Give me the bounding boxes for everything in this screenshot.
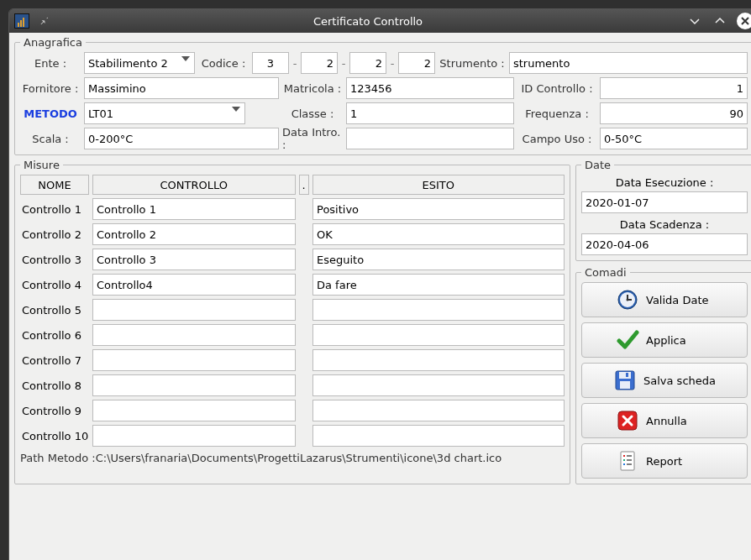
codice-part-4[interactable] — [398, 52, 435, 74]
app-icon — [14, 13, 29, 29]
svg-rect-0 — [18, 23, 19, 27]
path-metodo: Path Metodo :C:\Users\franaria\Documents… — [20, 450, 565, 464]
misure-row-name: Controllo 8 — [20, 374, 89, 396]
date-group: Date Data Esecuzione : 2020-01-07 Data S… — [575, 159, 751, 261]
svg-rect-11 — [626, 373, 628, 377]
client-area: Anagrafica Ente : Codice : - - - Strumen… — [9, 33, 751, 560]
controllo-input[interactable] — [92, 374, 296, 396]
anagrafica-legend: Anagrafica — [20, 36, 86, 49]
cancel-icon — [616, 409, 639, 432]
codice-part-1[interactable] — [252, 52, 289, 74]
maximize-button[interactable] — [712, 13, 728, 29]
campo-uso-input[interactable] — [600, 128, 748, 149]
misure-row: Controllo 2 — [20, 223, 565, 245]
esito-input[interactable] — [312, 299, 565, 321]
data-scadenza-value[interactable]: 2020-04-06 — [581, 233, 748, 255]
misure-row-name: Controllo 6 — [20, 324, 89, 346]
close-button[interactable] — [737, 13, 751, 29]
matricola-input[interactable] — [346, 77, 514, 99]
frequenza-label: Frequenza : — [517, 102, 596, 124]
misure-header-dot: . — [299, 175, 309, 195]
annulla-button[interactable]: Annulla — [581, 403, 748, 438]
valida-date-button[interactable]: Valida Date — [581, 282, 748, 317]
codice-part-3[interactable] — [349, 52, 386, 74]
misure-row-gap — [299, 198, 309, 220]
salva-scheda-button[interactable]: Salva scheda — [581, 363, 748, 398]
misure-row-gap — [299, 299, 309, 321]
anagrafica-group: Anagrafica Ente : Codice : - - - Strumen… — [14, 36, 751, 155]
date-legend: Date — [581, 159, 614, 171]
esito-input[interactable] — [312, 249, 565, 270]
id-controllo-input[interactable] — [600, 77, 748, 99]
comandi-group: Comadi Valida Date Applica — [575, 266, 751, 484]
minimize-button[interactable] — [686, 13, 703, 29]
svg-rect-9 — [619, 372, 631, 379]
svg-rect-1 — [20, 20, 22, 27]
titlebar: Certificato Controllo — [9, 9, 751, 33]
svg-point-7 — [627, 299, 629, 301]
checkmark-icon — [616, 328, 639, 352]
controllo-input[interactable] — [92, 400, 296, 421]
esito-input[interactable] — [312, 400, 565, 421]
misure-row: Controllo 5 — [20, 299, 565, 321]
misure-row-name: Controllo 7 — [20, 349, 89, 371]
controllo-input[interactable] — [92, 299, 296, 321]
controllo-input[interactable] — [92, 223, 296, 245]
svg-rect-13 — [621, 452, 634, 470]
scala-label: Scala : — [20, 128, 81, 149]
controllo-input[interactable] — [92, 425, 296, 447]
data-intro-label: Data Intro. : — [282, 128, 343, 149]
metodo-select[interactable] — [84, 102, 245, 124]
esito-input[interactable] — [312, 324, 565, 346]
data-esecuzione-label: Data Esecuzione : — [581, 175, 748, 191]
data-esecuzione-value[interactable]: 2020-01-07 — [581, 191, 748, 213]
id-controllo-label: ID Controllo : — [517, 77, 596, 99]
esito-input[interactable] — [312, 198, 565, 220]
misure-row-gap — [299, 425, 309, 447]
scala-input[interactable] — [84, 128, 279, 149]
ente-select[interactable] — [84, 52, 195, 74]
misure-header-name: NOME — [20, 175, 89, 195]
svg-rect-2 — [23, 18, 24, 27]
misure-row-gap — [299, 223, 309, 245]
misure-row: Controllo 3 — [20, 249, 565, 270]
applica-button[interactable]: Applica — [581, 322, 748, 358]
report-icon — [616, 449, 639, 473]
classe-input[interactable] — [346, 102, 514, 124]
codice-part-2[interactable] — [301, 52, 338, 74]
data-scadenza-label: Data Scadenza : — [581, 217, 748, 233]
esito-input[interactable] — [312, 223, 565, 245]
strumento-input[interactable] — [509, 52, 748, 74]
misure-row-name: Controllo 4 — [20, 274, 89, 296]
misure-row-gap — [299, 400, 309, 421]
svg-rect-10 — [620, 381, 630, 389]
svg-rect-14 — [623, 455, 625, 457]
pin-icon[interactable] — [38, 14, 50, 29]
frequenza-input[interactable] — [600, 102, 748, 124]
misure-row: Controllo 7 — [20, 349, 565, 371]
controllo-input[interactable] — [92, 249, 296, 270]
esito-input[interactable] — [312, 274, 565, 296]
campo-uso-label: Campo Uso : — [517, 128, 596, 149]
ente-label: Ente : — [20, 52, 81, 74]
misure-row-name: Controllo 5 — [20, 299, 89, 321]
esito-input[interactable] — [312, 425, 565, 447]
data-intro-input[interactable] — [346, 128, 514, 149]
misure-row: Controllo 6 — [20, 324, 565, 346]
fornitore-label: Fornitore : — [20, 77, 81, 99]
controllo-input[interactable] — [92, 198, 296, 220]
esito-input[interactable] — [312, 374, 565, 396]
controllo-input[interactable] — [92, 349, 296, 371]
metodo-label[interactable]: METODO — [20, 102, 81, 124]
fornitore-input[interactable] — [84, 77, 279, 99]
esito-input[interactable] — [312, 349, 565, 371]
misure-header-controllo: CONTROLLO — [92, 175, 296, 195]
report-button[interactable]: Report — [581, 443, 748, 479]
misure-row-gap — [299, 349, 309, 371]
controllo-input[interactable] — [92, 324, 296, 346]
svg-rect-16 — [623, 459, 625, 461]
misure-header-esito: ESITO — [312, 175, 565, 195]
floppy-icon — [613, 369, 637, 392]
controllo-input[interactable] — [92, 274, 296, 296]
window: Certificato Controllo Anagrafica Ente : … — [8, 8, 751, 560]
